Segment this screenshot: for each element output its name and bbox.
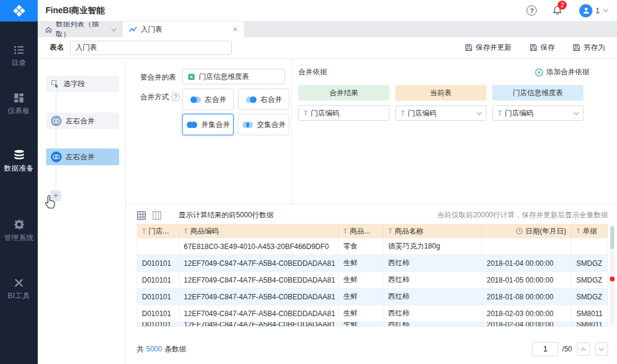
- step-join-merge-1[interactable]: 左右合并: [46, 113, 119, 129]
- column-view-icon[interactable]: [152, 211, 162, 220]
- sidebar: 目录 仪表板 数据准备 管理系统: [0, 22, 38, 364]
- save-update-icon: [465, 44, 473, 51]
- data-preview: 显示计算结果的前5000行数据 当前仅取前20000行计算，保存并更新后显示全量…: [126, 205, 617, 364]
- text-type-icon: T: [401, 110, 405, 117]
- tab-data-list[interactable]: 数据列表（抽取）: [38, 22, 123, 37]
- step-select-fields[interactable]: 选字段: [46, 75, 119, 92]
- result-field-value: 门店编码: [311, 108, 340, 119]
- chevron-down-icon: [477, 110, 482, 115]
- cell: 12EF7049-C847-4A7F-A5B4-C0BEDDADAA81: [179, 322, 338, 327]
- cell: 德芙巧克力180g: [383, 238, 482, 255]
- save-as-label: 另存为: [583, 43, 605, 53]
- save-update-button[interactable]: 保存并更新: [465, 43, 512, 53]
- step-join-merge-2[interactable]: 左右合并: [46, 148, 119, 165]
- cell: [137, 238, 179, 255]
- cell: D010101: [137, 289, 179, 305]
- column-header-product-name[interactable]: T商品名称: [383, 224, 482, 238]
- method-left-join[interactable]: 左合并: [182, 89, 234, 110]
- table-name-input[interactable]: [70, 41, 232, 55]
- sidebar-item-data-prep[interactable]: 数据准备: [0, 150, 38, 174]
- select-field-icon: [51, 80, 59, 88]
- column-header-doc[interactable]: T单据: [571, 224, 607, 238]
- cell: 2018-02-03 00:00:00: [482, 305, 572, 322]
- page-down-button[interactable]: [595, 342, 608, 356]
- method-intersect-join[interactable]: 交集合并: [238, 114, 289, 135]
- column-header-product-cat[interactable]: T商品...: [338, 224, 383, 238]
- user-menu[interactable]: 1: [579, 4, 607, 17]
- union-join-icon: [186, 120, 198, 129]
- finebi-logo[interactable]: [0, 0, 38, 22]
- table-row: D010101 12EF7049-C847-4A7F-A5B4-C0BEDDAD…: [137, 289, 607, 305]
- scrollbar-thumb[interactable]: [610, 226, 614, 249]
- chevron-down-icon: [111, 26, 116, 31]
- merge-table-select[interactable]: 门店信息维度表: [182, 69, 285, 84]
- text-type-icon: T: [304, 110, 308, 117]
- result-field-select[interactable]: T 门店编码: [298, 105, 389, 121]
- notification-badge: 2: [558, 1, 567, 10]
- method-help-icon[interactable]: ?: [171, 93, 180, 101]
- save-icon: [530, 44, 537, 51]
- close-icon[interactable]: ×: [233, 25, 238, 34]
- method-right-join[interactable]: 右合并: [238, 89, 289, 110]
- sidebar-item-admin[interactable]: 管理系统: [0, 219, 38, 243]
- dim-field-select[interactable]: T 门店编码: [492, 105, 583, 121]
- cell: 2018-01-04 00:00:00: [482, 255, 572, 272]
- table-row: D010101 12EF7049-C847-4A7F-A5B4-C0BEDDAD…: [137, 305, 607, 322]
- table-row: D010101 12EF7049-C847-4A7F-A5B4-C0BEDDAD…: [137, 255, 607, 272]
- text-type-icon: T: [184, 228, 188, 235]
- sidebar-item-dashboard[interactable]: 仪表板: [0, 93, 38, 116]
- column-header-date[interactable]: 日期(年月日): [482, 224, 572, 238]
- current-field-value: 门店编码: [408, 108, 437, 119]
- app-title: FineBI商业智能: [46, 5, 105, 16]
- total-prefix: 共: [137, 344, 144, 354]
- save-button[interactable]: 保存: [530, 43, 555, 53]
- dim-field-value: 门店编码: [505, 108, 534, 119]
- catalog-icon: [13, 45, 25, 55]
- page-up-button[interactable]: [577, 342, 590, 356]
- merge-method-options: 左合并 右合并 并集合并: [182, 89, 289, 135]
- sidebar-item-label: BI工具: [0, 291, 38, 301]
- table-name-label: 表名: [50, 43, 64, 53]
- sidebar-item-label: 管理系统: [0, 233, 38, 243]
- cell: 西红柿: [383, 255, 482, 272]
- dashboard-icon: [14, 93, 24, 103]
- help-icon[interactable]: ?: [527, 5, 537, 16]
- table-row-partial: D010101 12EF7049-C847-4A7F-A5B4-C0BEDDAD…: [137, 322, 607, 327]
- notifications-button[interactable]: 2: [552, 5, 562, 16]
- clock-icon: [516, 228, 523, 235]
- step-label: 选字段: [63, 79, 85, 89]
- cell: 2018-01-05 00:00:00: [482, 272, 572, 289]
- cell: 生鲜: [338, 289, 383, 305]
- chevron-down-icon: [599, 345, 604, 350]
- method-union-join[interactable]: 并集合并: [182, 114, 234, 135]
- preview-toolbar: 显示计算结果的前5000行数据 当前仅取前20000行计算，保存并更新后显示全量…: [126, 205, 617, 220]
- cell: 2018-02-04 00:00:00: [482, 322, 572, 327]
- cell: 生鲜: [338, 305, 383, 322]
- cell: SMDGZ: [571, 289, 607, 305]
- merge-basis-label: 合并依据: [298, 67, 327, 77]
- current-field-select[interactable]: T 门店编码: [395, 105, 486, 121]
- tab-getting-started[interactable]: 入门表 ×: [123, 22, 244, 37]
- add-step-button[interactable]: +: [50, 190, 61, 201]
- text-type-icon: T: [498, 110, 502, 117]
- page-input[interactable]: [532, 342, 558, 356]
- cell: 12EF7049-C847-4A7F-A5B4-C0BEDDADAA81: [179, 272, 338, 289]
- logo-diamond-icon: [13, 4, 26, 17]
- cell: 西红柿: [383, 305, 482, 322]
- vertical-scrollbar[interactable]: [610, 225, 615, 326]
- cell: D010101: [137, 322, 179, 327]
- step-label: 左右合并: [66, 116, 95, 126]
- xls-file-icon: [187, 73, 195, 81]
- column-header-store[interactable]: T门店...: [137, 224, 179, 238]
- table-toolbar: 表名 保存并更新 保存 另存为: [38, 37, 617, 59]
- save-as-button[interactable]: 另存为: [573, 43, 605, 53]
- grid-view-icon[interactable]: [137, 211, 146, 220]
- column-header-product-code[interactable]: T商品编码: [179, 224, 338, 238]
- merge-result-header: 合并结果: [298, 85, 389, 101]
- sidebar-item-catalog[interactable]: 目录: [0, 45, 38, 68]
- total-count: 5000: [146, 345, 162, 353]
- add-merge-basis-button[interactable]: 添加合并依据: [535, 67, 589, 77]
- text-type-icon: T: [142, 228, 146, 235]
- sidebar-item-bi-tools[interactable]: BI工具: [0, 278, 38, 301]
- merge-basis-panel: 合并依据 添加合并依据 合并结果 当前表 门店信息维度表: [292, 59, 617, 204]
